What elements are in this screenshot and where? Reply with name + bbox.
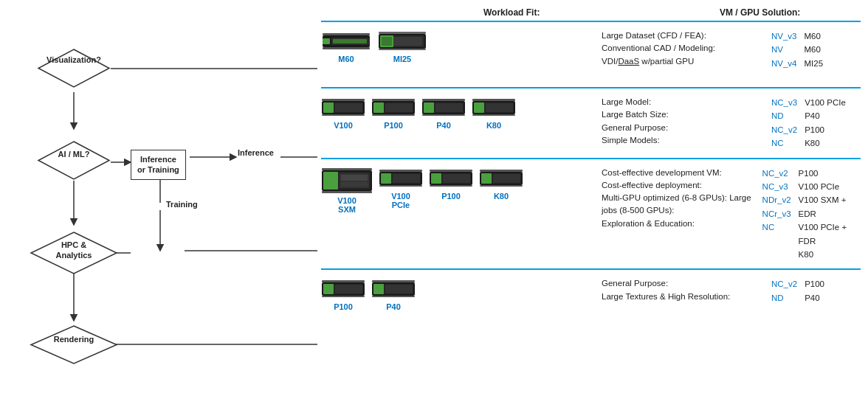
v100-inf-label: V100 (334, 121, 353, 130)
render-vmsol: NC_v2ND P100P40 (771, 277, 824, 305)
gpu-v100sxm: V100SXM (321, 167, 373, 214)
svg-rect-82 (323, 284, 334, 294)
gpu-p100-inf: P100 (371, 96, 416, 130)
svg-rect-91 (372, 296, 415, 297)
svg-rect-46 (422, 99, 465, 101)
svg-rect-33 (335, 103, 362, 112)
render-vmsol-right: P100P40 (805, 277, 824, 305)
svg-rect-58 (341, 175, 368, 181)
inf-gpus: V100 P100 (321, 96, 602, 130)
visualization-row: M60 MI25 Large Data (321, 21, 861, 87)
workload-header: Workload Fit: (483, 7, 675, 18)
svg-rect-79 (480, 185, 523, 187)
inf-vmsol: NC_v3NDNC_v2NC V100 PCIeP40P100K80 (771, 96, 846, 150)
svg-marker-14 (38, 142, 109, 179)
train-vmsol: NC_v2NC_v3NDr_v2NCr_v3NC P100V100 PCIeV1… (762, 167, 861, 262)
svg-rect-64 (381, 173, 391, 184)
viz-vmsol-left: NV_v3NVNV_v4 (771, 29, 797, 70)
svg-rect-73 (430, 185, 472, 187)
svg-rect-39 (385, 103, 413, 112)
aiml-label: AI / ML? (37, 150, 111, 159)
viz-label: Visualization? (37, 55, 111, 64)
gpu-v100-inf: V100 (321, 96, 365, 130)
svg-rect-28 (379, 32, 426, 34)
aiml-diamond: AI / ML? (37, 140, 111, 181)
gpu-p100-render: P100 (321, 277, 365, 311)
rendering-row: P100 P40 General Purpose: (321, 268, 861, 335)
rendering-label: Rendering (30, 335, 118, 344)
hpc-label: HPC &Analytics (30, 240, 118, 261)
gpu-p40-render: P40 (371, 277, 416, 311)
flowchart: Visualization? AI / ML? Inferenceor Trai… (7, 7, 317, 406)
v100pcie-label: V100PCIe (391, 192, 410, 209)
p40-inf-label: P40 (436, 121, 451, 130)
svg-marker-16 (31, 326, 117, 364)
svg-rect-47 (422, 114, 465, 116)
content-area: Workload Fit: VM / GPU Solution: M60 (317, 7, 861, 406)
k80-train-label: K80 (494, 192, 509, 201)
gpu-mi25: MI25 (377, 29, 427, 63)
svg-rect-21 (323, 33, 370, 35)
svg-rect-32 (323, 102, 334, 113)
hpc-diamond: HPC &Analytics (30, 231, 118, 275)
p40-render-label: P40 (386, 302, 401, 311)
viz-gpus: M60 MI25 (321, 29, 602, 63)
svg-rect-29 (379, 49, 426, 50)
p100-render-label: P100 (334, 302, 353, 311)
svg-rect-72 (430, 170, 472, 172)
train-vmsol-right: P100V100 PCIeV100 SXM + EDRV100 PCIe + F… (799, 167, 861, 262)
m60-label: M60 (338, 55, 354, 63)
p100-train-label: P100 (441, 192, 461, 201)
svg-rect-44 (424, 102, 434, 113)
svg-rect-40 (372, 99, 415, 101)
gpu-v100pcie: V100PCIe (379, 167, 423, 209)
train-vmsol-left: NC_v2NC_v3NDr_v2NCr_v3NC (762, 167, 791, 262)
render-gpus: P100 P40 (321, 277, 602, 311)
inf-vmsol-right: V100 PCIeP40P100K80 (805, 96, 846, 150)
train-gpus: V100SXM V100PCIe (321, 167, 602, 214)
training-arrow-label: Training (166, 200, 198, 209)
svg-rect-76 (481, 173, 492, 184)
svg-rect-53 (472, 114, 515, 116)
viz-vmsol-right: M60M60MI25 (805, 29, 824, 70)
svg-rect-90 (372, 280, 415, 282)
page: Visualization? AI / ML? Inferenceor Trai… (0, 0, 868, 410)
render-workload: General Purpose: Large Textures & High R… (602, 277, 771, 303)
svg-rect-38 (373, 102, 384, 113)
svg-rect-18 (323, 38, 330, 44)
render-vmsol-left: NC_v2ND (771, 277, 797, 305)
svg-rect-85 (322, 296, 365, 297)
v100sxm-label: V100SXM (337, 196, 356, 214)
gpu-p100-train: P100 (429, 167, 473, 201)
svg-rect-34 (322, 99, 365, 101)
svg-rect-61 (322, 191, 372, 193)
svg-rect-51 (486, 103, 513, 112)
svg-rect-83 (335, 285, 362, 293)
svg-rect-89 (385, 285, 413, 293)
inference-training-box: Inferenceor Training (131, 150, 186, 180)
svg-rect-59 (341, 182, 368, 187)
inference-arrow-label: Inference (238, 148, 274, 157)
svg-rect-56 (323, 172, 338, 190)
svg-rect-70 (431, 173, 441, 184)
gpu-m60: M60 (321, 29, 371, 63)
gpu-k80-train: K80 (479, 167, 523, 201)
svg-rect-66 (379, 170, 422, 172)
inference-row: V100 P100 (321, 87, 861, 158)
svg-rect-35 (322, 114, 365, 116)
rendering-diamond: Rendering (30, 324, 118, 365)
svg-rect-88 (373, 284, 384, 294)
svg-rect-22 (323, 47, 370, 49)
content-header: Workload Fit: VM / GPU Solution: (321, 7, 861, 21)
svg-rect-50 (474, 102, 484, 113)
vmsol-header: VM / GPU Solution: (720, 7, 800, 18)
svg-rect-27 (382, 37, 392, 46)
gpu-k80-inf: K80 (472, 96, 516, 130)
training-row: V100SXM V100PCIe (321, 158, 861, 269)
k80-inf-label: K80 (486, 121, 501, 130)
gpu-p40-inf: P40 (421, 96, 466, 130)
svg-rect-65 (393, 174, 420, 183)
inf-vmsol-left: NC_v3NDNC_v2NC (771, 96, 797, 150)
svg-rect-45 (435, 103, 463, 112)
svg-rect-60 (322, 168, 372, 170)
